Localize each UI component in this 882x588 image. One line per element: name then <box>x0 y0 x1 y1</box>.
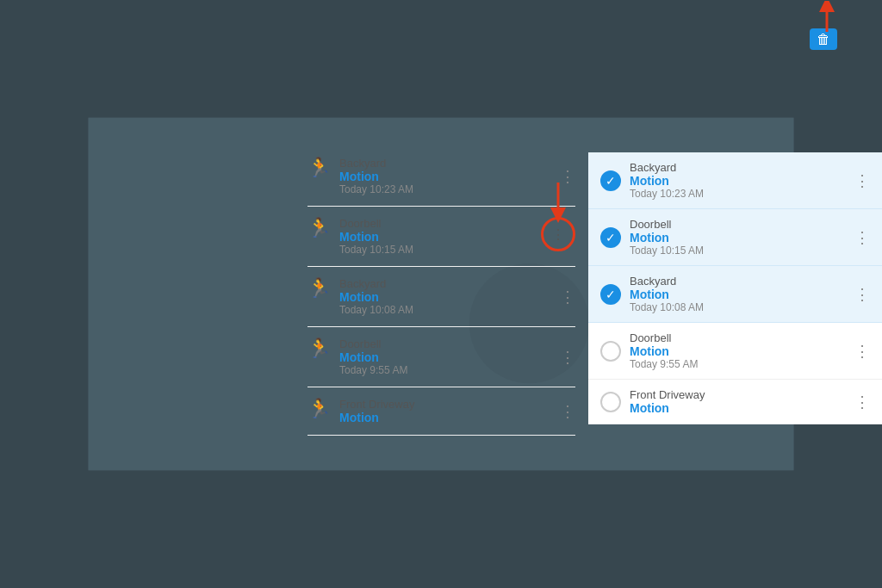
history-time-3: Today 10:08 AM <box>339 304 560 316</box>
history-time-s3: Today 10:08 AM <box>630 301 854 313</box>
history-type-s2: Motion <box>630 231 854 244</box>
history-time-4: Today 9:55 AM <box>339 364 560 376</box>
history-location-4: Doorbell <box>339 337 560 350</box>
history-type-s1: Motion <box>630 174 854 188</box>
check-2[interactable]: ✓ <box>600 227 621 248</box>
history-location-s1: Backyard <box>630 161 854 174</box>
history-menu-s3[interactable]: ⋮ <box>854 285 870 304</box>
history-type-4: Motion <box>339 350 560 364</box>
history-type-5: Motion <box>339 411 560 424</box>
history-item-s2[interactable]: ✓ Doorbell Motion Today 10:15 AM ⋮ <box>588 209 882 266</box>
camera-preview-driveway <box>9 279 286 367</box>
history-type-s4: Motion <box>630 344 854 358</box>
check-5[interactable] <box>600 392 621 412</box>
history-location-s5: Front Driveway <box>630 388 854 401</box>
history-info-5: Front Driveway Motion <box>339 398 560 424</box>
history-menu-1[interactable]: ⋮ <box>560 167 575 186</box>
history-info-4: Doorbell Motion Today 9:55 AM <box>339 337 560 376</box>
history-info-s5: Front Driveway Motion <box>630 388 854 415</box>
history-type-2: Motion <box>339 230 541 244</box>
motion-icon-5: 🏃 <box>307 398 331 420</box>
history-item-1[interactable]: 🏃 Backyard Motion Today 10:23 AM ⋮ <box>307 146 575 207</box>
panel-dashboard: 🔔 📷 👻 🎵 📱 ··· 10:53 AM 🔵 📶 77% 🔋 ☰ Fort … <box>0 0 295 588</box>
history-type-s5: Motion <box>630 401 854 415</box>
history-item-2[interactable]: 🏃 Doorbell Motion Today 10:15 AM ⋮ <box>307 207 575 267</box>
history-item-s5[interactable]: Front Driveway Motion ⋮ <box>588 380 882 424</box>
history-item-s4[interactable]: Doorbell Motion Today 9:55 AM ⋮ <box>588 323 882 380</box>
history-type-1: Motion <box>339 170 560 183</box>
history-location-3: Backyard <box>339 277 560 290</box>
motion-icon-2: 🏃 <box>307 217 331 239</box>
history-location-s2: Doorbell <box>630 218 854 231</box>
history-time-1: Today 10:23 AM <box>339 183 560 195</box>
history-info-s1: Backyard Motion Today 10:23 AM <box>630 161 854 200</box>
history-info-1: Backyard Motion Today 10:23 AM <box>339 157 560 195</box>
history-info-s2: Doorbell Motion Today 10:15 AM <box>630 218 854 257</box>
check-4[interactable] <box>600 341 621 362</box>
camera-card-driveway[interactable]: 🖥 Front Driveway ··· 57s ago 🎵 <box>9 279 286 367</box>
circled-menu-2: ⋮ <box>541 217 575 251</box>
check-1[interactable]: ✓ <box>600 170 621 191</box>
history-location-2: Doorbell <box>339 217 541 230</box>
history-item-4[interactable]: 🏃 Doorbell Motion Today 9:55 AM ⋮ <box>307 327 575 387</box>
history-item-3[interactable]: 🏃 Backyard Motion Today 10:08 AM ⋮ <box>307 267 575 327</box>
history-location-s3: Backyard <box>630 275 854 288</box>
camera-thumb-driveway: 57s ago 🎵 <box>9 298 286 367</box>
history-menu-s2[interactable]: ⋮ <box>854 228 870 247</box>
svg-rect-6 <box>88 279 286 367</box>
history-item-s3[interactable]: ✓ Backyard Motion Today 10:08 AM ⋮ <box>588 266 882 323</box>
trash-container: 🗑 <box>810 32 837 47</box>
history-type-s3: Motion <box>630 288 854 301</box>
history-type-3: Motion <box>339 290 560 304</box>
history-location-s4: Doorbell <box>630 331 854 344</box>
history-info-s4: Doorbell Motion Today 9:55 AM <box>630 331 854 370</box>
trash-icon[interactable]: 🗑 <box>810 28 837 50</box>
red-circle-menu[interactable]: ⋮ <box>541 217 575 251</box>
history-location-5: Front Driveway <box>339 398 560 411</box>
history-info-2: Doorbell Motion Today 10:15 AM <box>339 217 541 256</box>
history-menu-s5[interactable]: ⋮ <box>854 393 870 412</box>
history-item-5[interactable]: 🏃 Front Driveway Motion ⋮ <box>307 387 575 436</box>
motion-icon-1: 🏃 <box>307 157 331 179</box>
history-location-1: Backyard <box>339 157 560 170</box>
history-info-3: Backyard Motion Today 10:08 AM <box>339 277 560 316</box>
history-time-2: Today 10:15 AM <box>339 244 541 256</box>
history-menu-s1[interactable]: ⋮ <box>854 171 870 190</box>
motion-icon-3: 🏃 <box>307 277 331 300</box>
panel1-content: 👥 Nearby Incidents 43 new events ▶ Event… <box>0 59 295 516</box>
history-menu-4[interactable]: ⋮ <box>560 348 575 367</box>
history-time-s1: Today 10:23 AM <box>630 188 854 200</box>
history-item-s1[interactable]: ✓ Backyard Motion Today 10:23 AM ⋮ <box>588 152 882 209</box>
history-info-s3: Backyard Motion Today 10:08 AM <box>630 275 854 313</box>
history-menu-3[interactable]: ⋮ <box>560 288 575 306</box>
history-menu-5[interactable]: ⋮ <box>560 402 575 421</box>
history-time-s2: Today 10:15 AM <box>630 244 854 257</box>
motion-icon-4: 🏃 <box>307 337 331 360</box>
history-time-s4: Today 9:55 AM <box>630 358 854 370</box>
check-3[interactable]: ✓ <box>600 284 621 305</box>
history-menu-s4[interactable]: ⋮ <box>854 342 870 361</box>
